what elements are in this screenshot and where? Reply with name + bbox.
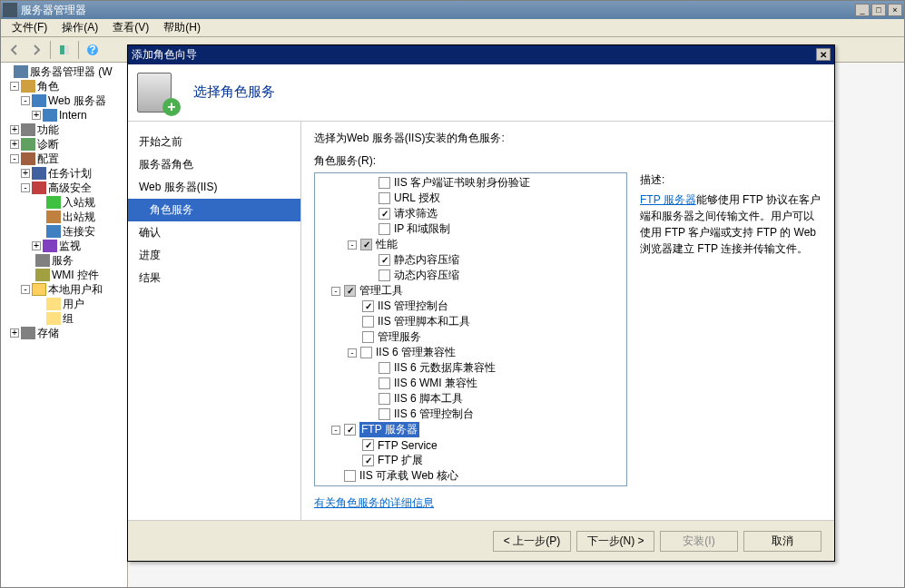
expand-icon[interactable]: + <box>21 169 30 178</box>
tree-localusers[interactable]: 本地用户和 <box>48 282 103 298</box>
role-services-tree[interactable]: IIS 客户端证书映射身份验证 URL 授权 请求筛选 IP 和域限制 -性能 … <box>314 172 627 486</box>
checkbox[interactable] <box>362 331 374 343</box>
checkbox[interactable] <box>360 347 372 358</box>
checkbox[interactable] <box>379 254 390 266</box>
checkbox[interactable] <box>344 285 356 297</box>
item-iis-hostable[interactable]: IIS 可承载 Web 核心 <box>359 468 458 484</box>
tree-inbound[interactable]: 入站规 <box>63 195 95 211</box>
tree-internet[interactable]: Intern <box>59 109 87 122</box>
tree-roles[interactable]: 角色 <box>37 79 59 94</box>
tree-features[interactable]: 功能 <box>37 122 59 138</box>
cancel-button[interactable]: 取消 <box>743 531 821 552</box>
checkbox[interactable] <box>362 316 374 328</box>
item-iis-client-cert[interactable]: IIS 客户端证书映射身份验证 <box>394 175 530 191</box>
expand-icon[interactable]: - <box>10 82 19 91</box>
item-iis6-meta[interactable]: IIS 6 元数据库兼容性 <box>394 360 496 376</box>
checkbox[interactable] <box>379 208 390 220</box>
step-role-services[interactable]: 角色服务 <box>128 199 300 221</box>
expand-icon[interactable]: + <box>10 125 19 134</box>
titlebar[interactable]: 服务器管理器 _ □ × <box>1 1 904 19</box>
tree-task[interactable]: 任务计划 <box>48 166 92 181</box>
checkbox[interactable] <box>379 393 390 405</box>
back-button[interactable] <box>5 40 25 60</box>
tree-wmi[interactable]: WMI 控件 <box>52 268 99 283</box>
item-ftp-ext[interactable]: FTP 扩展 <box>378 453 423 468</box>
item-iis6-wmi[interactable]: IIS 6 WMI 兼容性 <box>394 376 477 391</box>
description-link[interactable]: FTP 服务器 <box>640 193 696 206</box>
nav-tree[interactable]: 服务器管理器 (W -角色 -Web 服务器 +Intern +功能 +诊断 -… <box>1 63 128 587</box>
close-button[interactable]: × <box>888 4 902 16</box>
tree-outbound[interactable]: 出站规 <box>63 210 95 225</box>
checkbox[interactable] <box>379 362 390 374</box>
expand-icon[interactable]: - <box>21 96 30 105</box>
tree-monitor[interactable]: 监视 <box>59 239 81 254</box>
item-url-auth[interactable]: URL 授权 <box>394 191 440 206</box>
step-server-roles[interactable]: 服务器角色 <box>128 153 300 176</box>
item-iis6-script[interactable]: IIS 6 脚本工具 <box>394 391 463 407</box>
more-info-link[interactable]: 有关角色服务的详细信息 <box>314 495 821 511</box>
step-result[interactable]: 结果 <box>128 267 300 289</box>
checkbox[interactable] <box>344 470 356 482</box>
item-ftp-service[interactable]: FTP Service <box>378 439 438 452</box>
tree-storage[interactable]: 存储 <box>37 326 59 341</box>
expand-icon[interactable]: - <box>10 154 19 163</box>
expand-icon[interactable]: - <box>331 426 340 435</box>
item-iis-console[interactable]: IIS 管理控制台 <box>378 299 448 314</box>
tree-diag[interactable]: 诊断 <box>37 137 59 152</box>
item-request-filter[interactable]: 请求筛选 <box>394 206 438 221</box>
item-dynamic-compress[interactable]: 动态内容压缩 <box>394 268 459 283</box>
expand-icon[interactable]: - <box>348 348 357 358</box>
checkbox[interactable] <box>379 408 390 420</box>
item-performance[interactable]: 性能 <box>376 237 398 252</box>
tree-root[interactable]: 服务器管理器 (W <box>30 64 113 80</box>
checkbox[interactable] <box>344 424 356 436</box>
step-web-iis[interactable]: Web 服务器(IIS) <box>128 176 300 199</box>
checkbox[interactable] <box>360 239 372 250</box>
item-iis-scripts[interactable]: IIS 管理脚本和工具 <box>378 314 470 329</box>
maximize-button[interactable]: □ <box>871 4 886 16</box>
step-confirm[interactable]: 确认 <box>128 221 300 244</box>
menu-help[interactable]: 帮助(H) <box>156 18 208 37</box>
checkbox[interactable] <box>379 223 390 235</box>
tree-services[interactable]: 服务 <box>52 253 74 269</box>
tree-config[interactable]: 配置 <box>37 152 59 167</box>
next-button[interactable]: 下一步(N) > <box>576 531 654 552</box>
menu-view[interactable]: 查看(V) <box>105 18 156 37</box>
item-iis6-console[interactable]: IIS 6 管理控制台 <box>394 407 474 422</box>
expand-icon[interactable]: - <box>21 183 30 192</box>
item-ip-domain[interactable]: IP 和域限制 <box>394 221 450 237</box>
checkbox[interactable] <box>362 439 374 451</box>
tree-groups[interactable]: 组 <box>63 311 74 327</box>
tree-users[interactable]: 用户 <box>63 297 84 312</box>
item-iis6-compat[interactable]: IIS 6 管理兼容性 <box>376 345 456 360</box>
checkbox[interactable] <box>379 270 390 281</box>
help-icon[interactable]: ? <box>83 40 103 60</box>
item-static-compress[interactable]: 静态内容压缩 <box>394 252 459 268</box>
checkbox[interactable] <box>362 300 374 312</box>
expand-icon[interactable]: - <box>331 287 340 296</box>
forward-button[interactable] <box>26 40 46 60</box>
minimize-button[interactable]: _ <box>855 4 870 16</box>
tree-web[interactable]: Web 服务器 <box>48 93 106 109</box>
hide-button[interactable] <box>54 40 74 60</box>
wizard-close-button[interactable]: ✕ <box>816 48 831 61</box>
menu-action[interactable]: 操作(A) <box>54 18 105 37</box>
expand-icon[interactable]: + <box>32 111 41 120</box>
expand-icon[interactable]: + <box>32 241 41 250</box>
wizard-titlebar[interactable]: 添加角色向导 ✕ <box>128 45 834 64</box>
expand-icon[interactable]: - <box>21 285 30 294</box>
checkbox[interactable] <box>362 455 374 466</box>
prev-button[interactable]: < 上一步(P) <box>493 531 571 552</box>
item-mgmt-service[interactable]: 管理服务 <box>378 329 421 345</box>
checkbox[interactable] <box>379 377 390 389</box>
checkbox[interactable] <box>379 177 390 189</box>
step-before[interactable]: 开始之前 <box>128 131 300 153</box>
expand-icon[interactable]: + <box>10 140 19 149</box>
item-mgmt-tools[interactable]: 管理工具 <box>359 283 403 299</box>
step-progress[interactable]: 进度 <box>128 244 300 267</box>
tree-advsec[interactable]: 高级安全 <box>48 181 92 196</box>
expand-icon[interactable]: + <box>10 328 19 338</box>
tree-connsec[interactable]: 连接安 <box>63 224 95 240</box>
menu-file[interactable]: 文件(F) <box>5 18 54 37</box>
checkbox[interactable] <box>379 192 390 204</box>
